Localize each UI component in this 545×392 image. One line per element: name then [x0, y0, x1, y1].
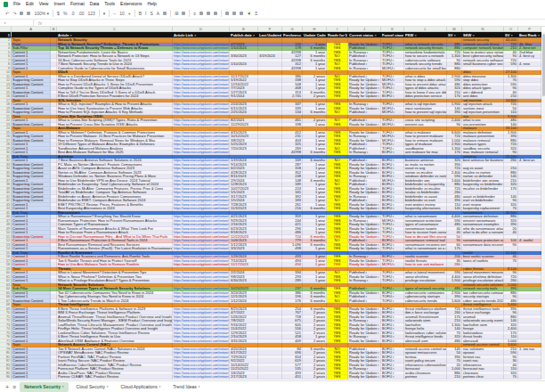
chevron-down-icon[interactable]: ▾ — [365, 271, 367, 274]
chevron-down-icon[interactable]: ▾ — [365, 75, 367, 78]
chevron-down-icon[interactable]: ▾ — [377, 291, 378, 295]
column-header-pkw[interactable]: PKW ▼ — [404, 32, 447, 37]
chevron-down-icon[interactable]: ▾ — [393, 78, 395, 82]
chevron-down-icon[interactable]: ▾ — [392, 279, 394, 282]
column-letter-F[interactable]: F — [258, 27, 282, 31]
cadence-cell[interactable]: 2 years — [303, 375, 327, 380]
chevron-down-icon[interactable]: ▾ — [377, 203, 378, 207]
filter-icon[interactable]: ▼ — [69, 34, 72, 37]
currency-icon[interactable]: $ — [57, 8, 60, 20]
chevron-down-icon[interactable]: ▾ — [392, 187, 394, 191]
zoom-select[interactable]: 100% ▾ — [34, 8, 49, 20]
chevron-down-icon[interactable]: ▾ — [393, 219, 395, 223]
column-header-blank[interactable] — [51, 32, 57, 37]
filter-icon[interactable]: ▼ — [471, 34, 475, 37]
chevron-down-icon[interactable]: ▾ — [392, 143, 394, 146]
column-header-last-updated[interactable]: Last Updated ▼ — [258, 32, 282, 37]
filter-icon[interactable]: ▼ — [252, 34, 256, 37]
chevron-down-icon[interactable]: ▾ — [377, 259, 378, 263]
chevron-down-icon[interactable]: ▾ — [392, 335, 394, 339]
paint-format-icon[interactable] — [27, 12, 30, 15]
chevron-down-icon[interactable]: ▾ — [392, 62, 394, 66]
select-all-corner[interactable] — [0, 27, 12, 31]
pkw-cell[interactable]: portnox — [404, 375, 447, 380]
freshness-cell[interactable]: 451 — [282, 375, 303, 380]
chevron-down-icon[interactable]: ▾ — [377, 94, 378, 98]
chevron-down-icon[interactable]: ▾ — [377, 78, 378, 82]
chevron-down-icon[interactable]: ▾ — [392, 75, 394, 78]
filter-icon[interactable]: ▼ — [413, 34, 417, 37]
redo-icon[interactable]: ↷ — [12, 8, 16, 20]
chevron-down-icon[interactable]: ▾ — [392, 359, 394, 363]
chevron-down-icon[interactable]: ▾ — [62, 383, 64, 391]
expander-cell[interactable] — [51, 375, 57, 380]
link-icon[interactable] — [225, 12, 229, 15]
chevron-down-icon[interactable]: ▾ — [393, 179, 395, 183]
chevron-down-icon[interactable]: ▾ — [377, 91, 378, 94]
chevron-down-icon[interactable]: ▾ — [377, 351, 378, 355]
column-letter-L[interactable]: L — [404, 27, 447, 31]
chevron-down-icon[interactable]: ▾ — [392, 372, 394, 375]
chevron-down-icon[interactable]: ▾ — [392, 315, 394, 319]
font-size-increase-icon[interactable]: + — [128, 8, 131, 20]
chevron-down-icon[interactable]: ▾ — [392, 43, 394, 46]
column-header-funnel-stage[interactable]: Funnel stage ▼ — [381, 32, 404, 37]
chevron-down-icon[interactable]: ▾ — [377, 311, 378, 314]
chevron-down-icon[interactable]: ▾ — [377, 323, 378, 327]
chevron-down-icon[interactable]: ▾ — [366, 102, 368, 106]
fill-color-icon[interactable] — [163, 12, 167, 15]
chevron-down-icon[interactable]: ▾ — [159, 383, 161, 391]
chevron-down-icon[interactable]: ▾ — [392, 91, 394, 94]
chevron-down-icon[interactable]: ▾ — [365, 199, 367, 202]
chevron-down-icon[interactable]: ▾ — [377, 187, 378, 191]
chevron-down-icon[interactable]: ▾ — [366, 319, 368, 323]
chevron-down-icon[interactable]: ▾ — [377, 215, 378, 218]
column-header-article[interactable]: Article ▼ — [57, 32, 173, 37]
menu-item-edit[interactable]: Edit — [26, 0, 34, 8]
chevron-down-icon[interactable]: ▾ — [392, 275, 394, 279]
merge-cells-icon[interactable] — [182, 12, 185, 15]
chevron-down-icon[interactable]: ▾ — [392, 59, 394, 62]
sv2-cell[interactable]: 70 — [504, 375, 518, 380]
chevron-down-icon[interactable]: ▾ — [366, 151, 368, 154]
status-select[interactable]: Ready for Update ▾ — [348, 375, 381, 380]
chevron-down-icon[interactable]: ▾ — [392, 327, 394, 331]
rotate-text-icon[interactable] — [214, 12, 217, 15]
chevron-down-icon[interactable]: ▾ — [377, 315, 378, 319]
chevron-down-icon[interactable]: ▾ — [393, 67, 395, 70]
scrollbar-thumb[interactable] — [542, 34, 545, 96]
chevron-down-icon[interactable]: ▾ — [365, 295, 367, 298]
chevron-down-icon[interactable]: ▾ — [377, 355, 378, 359]
row-type-cell[interactable]: Content 1 — [12, 375, 51, 380]
chevron-down-icon[interactable]: ▾ — [377, 43, 378, 46]
chevron-down-icon[interactable]: ▾ — [392, 183, 394, 186]
column-header-publish-date[interactable]: Publish date ▼ — [230, 32, 258, 37]
article-cell[interactable]: Portnox CLEAR: NAC Product Review — [57, 375, 173, 380]
chevron-down-icon[interactable]: ▾ — [392, 331, 394, 335]
chevron-down-icon[interactable]: ▾ — [392, 295, 394, 298]
vertical-scrollbar[interactable] — [541, 32, 545, 380]
column-letter-G[interactable]: G — [282, 27, 303, 31]
column-letter-E[interactable]: E — [230, 27, 258, 31]
chevron-down-icon[interactable]: ▾ — [377, 223, 378, 226]
name-box[interactable]: ▾ — [0, 20, 34, 27]
chevron-down-icon[interactable]: ▾ — [365, 118, 367, 122]
chevron-down-icon[interactable]: ▾ — [392, 191, 394, 194]
row-header[interactable]: 1 — [0, 32, 12, 37]
chevron-down-icon[interactable]: ▾ — [392, 319, 394, 323]
chevron-down-icon[interactable]: ▾ — [377, 263, 378, 266]
sv-cell[interactable]: 210 — [447, 375, 462, 380]
chevron-down-icon[interactable]: ▾ — [392, 259, 394, 263]
skw-cell[interactable]: portnox clear — [462, 375, 504, 380]
chevron-down-icon[interactable]: ▾ — [377, 86, 378, 90]
chevron-down-icon[interactable]: ▾ — [365, 179, 367, 183]
chevron-down-icon[interactable]: ▾ — [377, 247, 378, 250]
chevron-down-icon[interactable]: ▾ — [393, 135, 395, 138]
align-icon[interactable]: ≡ — [193, 8, 196, 20]
chevron-down-icon[interactable]: ▾ — [377, 163, 378, 167]
chevron-down-icon[interactable]: ▾ — [392, 151, 394, 154]
chevron-down-icon[interactable]: ▾ — [377, 375, 378, 379]
article-link[interactable]: https://www.esecurityplanet.com/networks… — [173, 375, 230, 380]
sheet-tab-trend-ideas[interactable]: Trend Ideas▾ — [168, 382, 204, 392]
column-header-sv[interactable]: SV ▼ — [504, 32, 518, 37]
